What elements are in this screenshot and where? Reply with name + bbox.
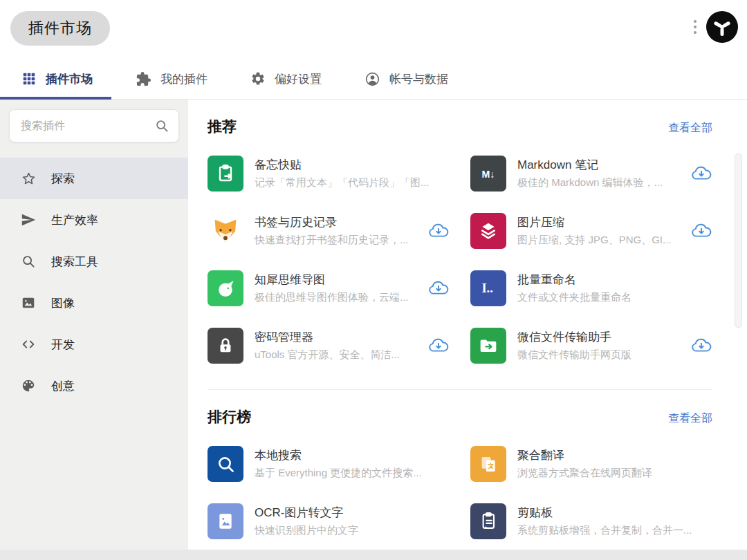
plugin-name: 微信文件传输助手 — [517, 329, 682, 345]
cloud-download-icon[interactable] — [427, 337, 450, 354]
plugin-description: 基于 Everything 更便捷的文件搜索... — [255, 467, 450, 480]
plugin-card[interactable]: 密码管理器 uTools 官方开源、安全、简洁... — [208, 317, 450, 374]
cloud-download-icon[interactable] — [690, 337, 712, 354]
send-icon — [20, 212, 37, 227]
code-icon — [20, 337, 37, 352]
view-all-link[interactable]: 查看全部 — [668, 411, 712, 426]
layers-icon — [470, 213, 506, 249]
lock-icon — [208, 328, 243, 364]
more-menu-icon[interactable] — [690, 12, 700, 42]
plugin-card[interactable]: OCR-图片转文字 快速识别图片中的文字 — [208, 492, 450, 550]
page-title: 插件市场 — [10, 11, 110, 46]
main-content: 推荐 查看全部 备忘快贴 记录「常用文本」「代码片段」「图... — [188, 100, 747, 550]
ocr-icon — [208, 503, 243, 539]
plugin-card[interactable]: 书签与历史记录 快速查找打开书签和历史记录，... — [208, 202, 450, 259]
account-icon — [365, 71, 380, 87]
plugin-description: 极佳的 Markdown 编辑体验，... — [517, 176, 682, 189]
cloud-download-icon[interactable] — [690, 222, 712, 239]
star-icon — [20, 171, 37, 187]
tab-label: 插件市场 — [46, 71, 93, 87]
plugin-section: 推荐 查看全部 备忘快贴 记录「常用文本」「代码片段」「图... — [188, 100, 747, 390]
view-all-link[interactable]: 查看全部 — [668, 121, 712, 136]
plugin-name: 知犀思维导图 — [255, 272, 419, 288]
sidebar-item-label: 开发 — [51, 337, 75, 353]
plugin-description: 系统剪贴板增强，合并复制，合并一... — [517, 524, 712, 537]
plugin-description: 微信文件传输助手网页版 — [517, 348, 682, 362]
plugin-description: 极佳的思维导图作图体验，云端... — [255, 291, 419, 304]
plugin-description: 快速查找打开书签和历史记录，... — [255, 234, 419, 247]
clipboard-export-icon — [208, 156, 243, 192]
tab[interactable]: 我的插件 — [114, 59, 229, 99]
sidebar-item[interactable]: 探索 — [0, 158, 188, 199]
plugin-description: 记录「常用文本」「代码片段」「图... — [255, 176, 450, 189]
tab[interactable]: 偏好设置 — [229, 59, 343, 99]
plugin-card[interactable]: 备忘快贴 记录「常用文本」「代码片段」「图... — [208, 144, 450, 202]
header: 插件市场 — [0, 0, 747, 59]
image-icon — [20, 295, 37, 310]
sidebar-item[interactable]: 开发 — [0, 324, 188, 365]
plugin-name: 聚合翻译 — [517, 447, 712, 463]
plugin-card[interactable]: 微信文件传输助手 微信文件传输助手网页版 — [470, 317, 712, 374]
plugin-description: 快速识别图片中的文字 — [255, 524, 450, 537]
plugin-grid: 备忘快贴 记录「常用文本」「代码片段」「图... — [208, 144, 712, 374]
plugin-card[interactable]: 图片压缩 图片压缩, 支持 JPG、PNG、GI... — [470, 202, 712, 259]
puzzle-icon — [136, 71, 151, 87]
category-list: 探索 生产效率 搜索工具 图像 开发 创 — [0, 158, 188, 407]
utools-logo-icon — [706, 11, 738, 43]
search-icon — [20, 254, 37, 269]
window-bottom-edge — [0, 550, 747, 560]
cloud-download-icon[interactable] — [690, 165, 712, 182]
plugin-grid: 本地搜索 基于 Everything 更便捷的文件搜索... — [208, 435, 712, 550]
section-title: 排行榜 — [208, 407, 251, 427]
sidebar: 探索 生产效率 搜索工具 图像 开发 创 — [0, 100, 188, 550]
plugin-description: 文件或文件夹批量重命名 — [517, 291, 712, 304]
rename-icon: I.. — [470, 270, 506, 306]
plugin-name: 备忘快贴 — [255, 157, 450, 173]
plugin-card[interactable]: 剪贴板 系统剪贴板增强，合并复制，合并一... — [470, 492, 712, 550]
translate-icon — [470, 446, 506, 482]
section-title: 推荐 — [208, 117, 237, 136]
scrollbar-thumb[interactable] — [735, 153, 742, 328]
sidebar-item-label: 搜索工具 — [51, 254, 98, 270]
sidebar-item-label: 探索 — [51, 171, 75, 187]
plugin-section: 排行榜 查看全部 本地搜索 基于 Everything 更便捷的文件搜索... — [188, 390, 747, 550]
svg-text:I..: I.. — [481, 281, 492, 295]
plugin-description: 浏览器方式聚合在线网页翻译 — [517, 467, 712, 480]
search-icon — [154, 118, 169, 136]
sidebar-item-label: 生产效率 — [51, 212, 98, 228]
plugin-card[interactable]: I.. 批量重命名 文件或文件夹批量重命名 — [470, 259, 712, 317]
rhino-icon — [208, 270, 243, 306]
plugin-name: 图片压缩 — [517, 214, 682, 230]
grid-icon — [21, 71, 37, 86]
plugin-name: 批量重命名 — [517, 272, 712, 288]
plugin-card[interactable]: 知犀思维导图 极佳的思维导图作图体验，云端... — [208, 259, 450, 317]
gear-icon — [250, 71, 266, 86]
tab[interactable]: 帐号与数据 — [343, 59, 470, 99]
plugin-card[interactable]: 本地搜索 基于 Everything 更便捷的文件搜索... — [208, 435, 450, 492]
clipboard-pen-icon — [470, 503, 506, 539]
plugin-card[interactable]: 聚合翻译 浏览器方式聚合在线网页翻译 — [470, 435, 712, 492]
sidebar-item[interactable]: 搜索工具 — [0, 241, 188, 282]
plugin-card[interactable]: M↓ Markdown 笔记 极佳的 Markdown 编辑体验，... — [470, 144, 712, 202]
folder-send-icon — [470, 328, 506, 364]
tab[interactable]: 插件市场 — [0, 59, 114, 99]
sidebar-item[interactable]: 创意 — [0, 365, 188, 407]
plugin-name: 密码管理器 — [255, 329, 419, 345]
sidebar-item[interactable]: 生产效率 — [0, 199, 188, 241]
sidebar-item[interactable]: 图像 — [0, 282, 188, 324]
tab-bar: 插件市场 我的插件 偏好设置 帐号与数据 — [0, 59, 747, 100]
markdown-icon: M↓ — [470, 156, 506, 192]
svg-text:M↓: M↓ — [482, 168, 495, 179]
cloud-download-icon[interactable] — [427, 222, 450, 239]
plugin-description: uTools 官方开源、安全、简洁... — [255, 348, 419, 362]
cloud-download-icon[interactable] — [427, 279, 450, 297]
tab-label: 偏好设置 — [275, 71, 322, 87]
plugin-name: Markdown 笔记 — [517, 157, 682, 173]
tab-label: 帐号与数据 — [389, 71, 448, 87]
plugin-name: 剪贴板 — [517, 505, 712, 521]
tab-label: 我的插件 — [160, 71, 208, 87]
plugin-name: 本地搜索 — [255, 447, 450, 463]
sidebar-item-label: 图像 — [51, 295, 75, 311]
plugin-description: 图片压缩, 支持 JPG、PNG、GI... — [517, 234, 682, 247]
palette-icon — [20, 378, 37, 393]
